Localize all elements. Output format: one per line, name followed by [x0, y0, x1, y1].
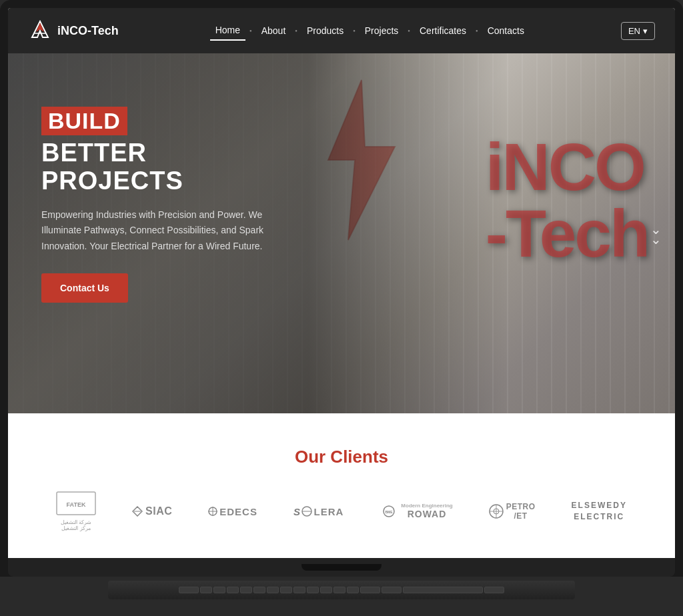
- spacebar-key: [403, 587, 483, 593]
- fatek-logo-icon: FATEK: [56, 491, 96, 515]
- client-edecs: EDECS: [208, 506, 257, 517]
- client-rowad: BME Modern Engineering ROWAD: [380, 503, 452, 520]
- clients-logos-row: FATEK شركة التشغيلمركز التشغيل SIAC: [35, 491, 648, 531]
- nav-dot-1: ●: [249, 29, 252, 33]
- key: [267, 587, 279, 593]
- key: [179, 587, 199, 593]
- hero-tag: BUILD: [41, 107, 127, 135]
- contact-us-button[interactable]: Contact Us: [41, 273, 128, 303]
- rowad-text: ROWAD: [401, 509, 452, 519]
- siac-logo-icon: [132, 506, 143, 517]
- client-siac: SIAC: [132, 505, 172, 517]
- logo-icon: [28, 19, 52, 43]
- key: [280, 587, 292, 593]
- petrojet-logo-icon: [489, 504, 504, 519]
- hero-content: BUILD BETTER PROJECTS Empowering Industr…: [8, 53, 328, 356]
- nav-products[interactable]: Products: [301, 21, 349, 40]
- key: [484, 587, 504, 593]
- site-logo[interactable]: iNCO-Tech: [28, 19, 119, 43]
- keyboard-strip: [108, 581, 575, 599]
- nav-certificates[interactable]: Certificates: [414, 21, 472, 40]
- laptop-base: [8, 558, 675, 577]
- nav-dot-3: ●: [353, 29, 356, 33]
- svg-text:BME: BME: [386, 510, 394, 514]
- rowad-logo-icon: BME: [380, 505, 398, 517]
- key: [360, 587, 380, 593]
- lang-label: EN: [628, 26, 640, 36]
- solera-logo-icon: [301, 506, 312, 517]
- client-elsewedy: ELSEWEDYELECTRIC: [572, 500, 627, 523]
- key: [347, 587, 359, 593]
- svg-text:FATEK: FATEK: [67, 501, 86, 508]
- key: [240, 587, 252, 593]
- elsewedy-text: ELSEWEDYELECTRIC: [572, 500, 627, 523]
- fatek-sub: شركة التشغيلمركز التشغيل: [56, 519, 96, 531]
- clients-section: Our Clients FATEK شركة التشغيلمركز التشغ…: [8, 413, 675, 558]
- hero-description: Empowering Industries with Precision and…: [41, 207, 295, 255]
- logo-text: iNCO-Tech: [57, 24, 119, 38]
- key: [333, 587, 346, 593]
- key: [382, 587, 402, 593]
- clients-title: Our Clients: [35, 447, 648, 467]
- key: [253, 587, 265, 593]
- screen: iNCO-Tech Home ● About ● Products ● Proj…: [8, 8, 675, 558]
- nav-about[interactable]: About: [256, 21, 291, 40]
- edecs-logo-icon: [208, 507, 217, 516]
- nav-dot-5: ●: [476, 29, 478, 33]
- scroll-down-arrow[interactable]: ⌄ ⌄: [650, 223, 662, 244]
- client-solera: S LERA: [293, 506, 344, 517]
- solera-text: LERA: [313, 506, 344, 517]
- key: [307, 587, 319, 593]
- language-button[interactable]: EN ▾: [621, 22, 655, 40]
- key: [227, 587, 239, 593]
- nav-dot-2: ●: [295, 29, 297, 33]
- hero-section: iNCO -Tech BUILD BETTER PROJECTS Empower…: [8, 53, 675, 413]
- chevron-down-double-icon-2: ⌄: [650, 235, 662, 244]
- key: [200, 587, 212, 593]
- client-petrojet: PETRO/ET: [489, 502, 536, 521]
- chevron-down-icon: ▾: [643, 26, 648, 36]
- key: [293, 587, 305, 593]
- nav-home[interactable]: Home: [210, 21, 245, 41]
- rowad-modern: Modern Engineering: [401, 503, 452, 509]
- hero-title: BETTER PROJECTS: [41, 139, 295, 195]
- client-fatek: FATEK شركة التشغيلمركز التشغيل: [56, 491, 96, 531]
- key: [320, 587, 332, 593]
- nav-contacts[interactable]: Contacts: [482, 21, 530, 40]
- key: [213, 587, 225, 593]
- navbar: iNCO-Tech Home ● About ● Products ● Proj…: [8, 8, 675, 53]
- edecs-text: EDECS: [219, 506, 257, 517]
- petrojet-text: PETRO/ET: [506, 502, 536, 521]
- laptop-notch: [301, 564, 382, 571]
- nav-menu: Home ● About ● Products ● Projects ● Cer…: [210, 21, 530, 41]
- nav-dot-4: ●: [408, 29, 410, 33]
- siac-text: SIAC: [145, 505, 172, 517]
- hero-brand-sign: iNCO -Tech: [486, 133, 648, 267]
- nav-projects[interactable]: Projects: [360, 21, 404, 40]
- laptop-keyboard-area: [0, 577, 683, 610]
- solera-s: S: [293, 506, 301, 517]
- laptop-frame: iNCO-Tech Home ● About ● Products ● Proj…: [0, 0, 683, 577]
